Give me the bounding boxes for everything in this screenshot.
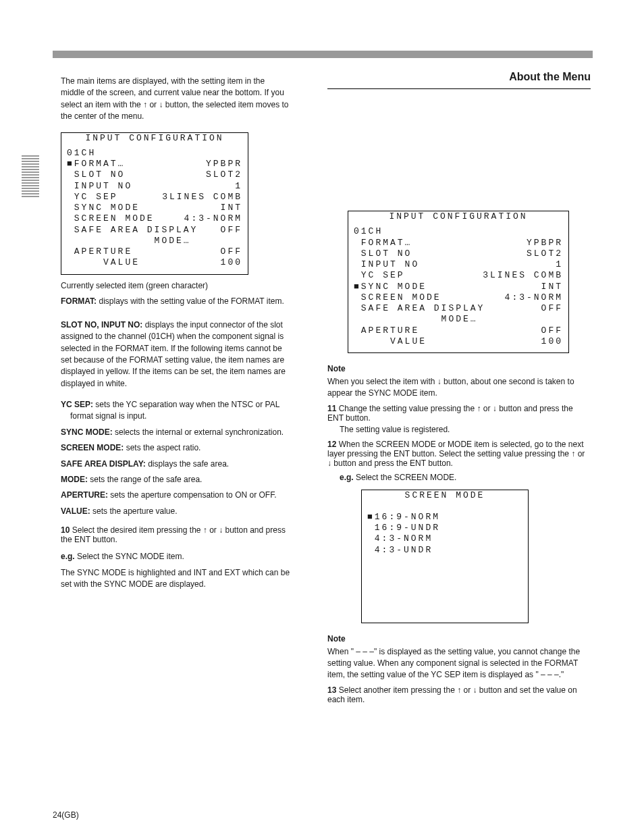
header-rule [53,51,593,58]
